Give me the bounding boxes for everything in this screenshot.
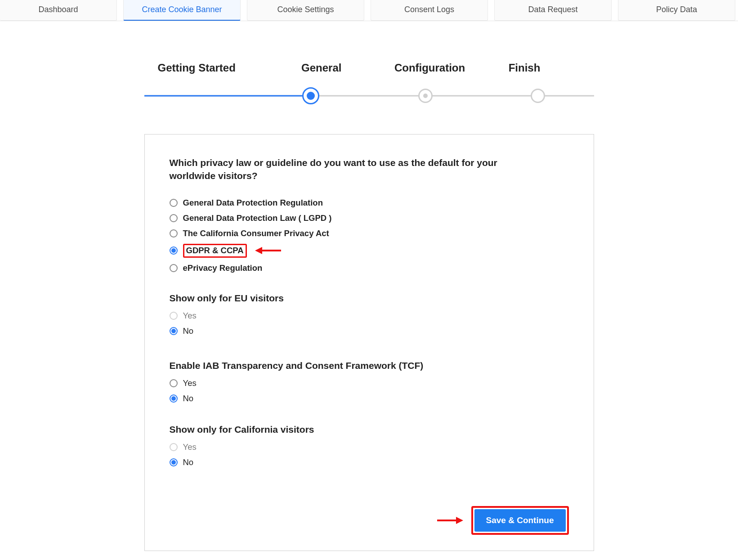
radio-icon: [170, 199, 178, 207]
wizard-step-labels: Getting Started General Configuration Fi…: [144, 62, 594, 74]
privacy-law-option-eprivacy[interactable]: ePrivacy Regulation: [170, 260, 569, 276]
privacy-law-option-gdpr[interactable]: General Data Protection Regulation: [170, 195, 569, 211]
wizard-node-finish[interactable]: [531, 89, 545, 103]
radio-icon: [170, 264, 178, 272]
iab-tcf-yes-label: Yes: [183, 378, 197, 388]
radio-icon: [170, 312, 178, 320]
eu-only-heading: Show only for EU visitors: [170, 293, 569, 304]
annotation-highlight-box: Save & Continue: [471, 506, 569, 535]
radio-icon: [170, 379, 178, 387]
annotation-arrow-icon: [437, 517, 463, 524]
wizard-node-general[interactable]: [302, 87, 319, 104]
privacy-law-option-label: The California Consumer Privacy Act: [183, 228, 329, 238]
step-label-finish: Finish: [509, 62, 581, 74]
eu-only-no-label: No: [183, 326, 194, 336]
radio-icon: [170, 246, 178, 255]
tab-data-request[interactable]: Data Request: [494, 0, 612, 21]
radio-icon: [170, 214, 178, 222]
wizard-progress-track: [144, 87, 594, 105]
eu-only-yes[interactable]: Yes: [170, 308, 569, 323]
iab-tcf-no[interactable]: No: [170, 391, 569, 406]
radio-icon: [170, 443, 178, 451]
tab-policy-data[interactable]: Policy Data: [618, 0, 735, 21]
tab-cookie-settings[interactable]: Cookie Settings: [247, 0, 364, 21]
cal-only-yes[interactable]: Yes: [170, 439, 569, 455]
cal-only-no[interactable]: No: [170, 455, 569, 470]
privacy-law-option-label: ePrivacy Regulation: [183, 263, 263, 273]
save-continue-button[interactable]: Save & Continue: [474, 509, 566, 532]
tab-create-cookie-banner[interactable]: Create Cookie Banner: [123, 0, 241, 21]
step-label-getting-started: Getting Started: [158, 62, 302, 74]
radio-icon: [170, 458, 178, 466]
iab-tcf-no-label: No: [183, 394, 194, 403]
iab-tcf-yes[interactable]: Yes: [170, 376, 569, 391]
card-footer: Save & Continue: [170, 506, 569, 535]
eu-only-no[interactable]: No: [170, 323, 569, 339]
wizard-node-configuration[interactable]: [418, 89, 433, 103]
step-label-configuration: Configuration: [394, 62, 509, 74]
privacy-law-option-label: GDPR & CCPA: [186, 246, 244, 255]
radio-icon: [170, 229, 178, 237]
cal-only-no-label: No: [183, 457, 194, 467]
top-tabs: Dashboard Create Cookie Banner Cookie Se…: [0, 0, 738, 21]
privacy-law-question: Which privacy law or guideline do you wa…: [170, 156, 543, 183]
privacy-law-option-label: General Data Protection Regulation: [183, 198, 323, 208]
privacy-law-option-gdpr-ccpa[interactable]: GDPR & CCPA: [170, 241, 569, 260]
annotation-highlight-box: GDPR & CCPA: [183, 244, 247, 258]
privacy-law-option-ccpa[interactable]: The California Consumer Privacy Act: [170, 226, 569, 241]
tab-consent-logs[interactable]: Consent Logs: [371, 0, 488, 21]
radio-icon: [170, 394, 178, 403]
privacy-law-option-lgpd[interactable]: General Data Protection Law ( LGPD ): [170, 211, 569, 226]
iab-tcf-heading: Enable IAB Transparency and Consent Fram…: [170, 360, 569, 371]
cal-only-heading: Show only for California visitors: [170, 424, 569, 435]
radio-icon: [170, 327, 178, 335]
tab-dashboard[interactable]: Dashboard: [0, 0, 117, 21]
step-label-general: General: [301, 62, 394, 74]
annotation-arrow-icon: [255, 247, 281, 254]
eu-only-yes-label: Yes: [183, 311, 197, 321]
privacy-law-option-label: General Data Protection Law ( LGPD ): [183, 213, 332, 223]
general-step-card: Which privacy law or guideline do you wa…: [144, 134, 594, 551]
cal-only-yes-label: Yes: [183, 442, 197, 452]
